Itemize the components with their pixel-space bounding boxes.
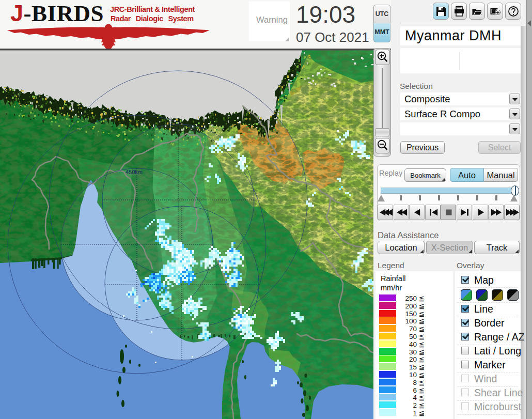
svg-text:450km: 450km (126, 169, 143, 175)
